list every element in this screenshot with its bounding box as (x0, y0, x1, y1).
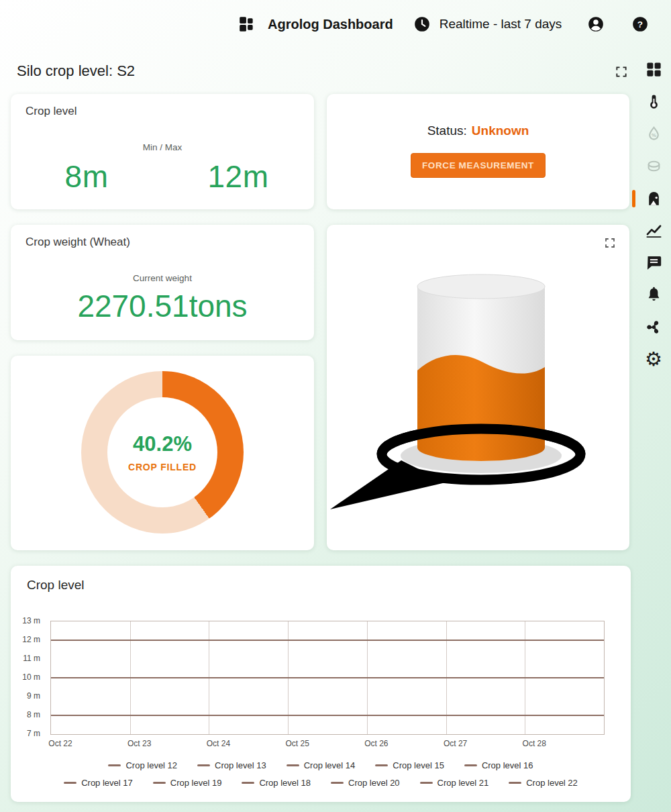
status-line: Status:Unknown (327, 123, 629, 138)
legend-label: Crop level 13 (215, 760, 266, 770)
sidebar-item-humidity[interactable]: % (641, 121, 666, 146)
series-line (51, 640, 604, 641)
chart-legend-row: Crop level 12Crop level 13Crop level 14C… (11, 760, 631, 770)
dashboard-grid-icon (645, 60, 663, 79)
force-measurement-button[interactable]: FORCE MEASUREMENT (411, 153, 546, 178)
legend-dash-icon (331, 782, 344, 784)
chart-legend-row: Crop level 17Crop level 19Crop level 18C… (11, 778, 631, 788)
crop-filled-donut-chart: 40.2% CROP FILLED (81, 371, 244, 534)
sidebar-item-silage[interactable] (641, 154, 666, 179)
legend-label: Crop level 18 (259, 778, 311, 788)
sidebar-item-fan[interactable] (641, 315, 666, 340)
sidebar-item-messages[interactable] (641, 250, 666, 275)
crop-level-card: Crop level Min / Max 8m 12m (11, 94, 314, 209)
legend-label: Crop level 17 (81, 778, 133, 788)
legend-dash-icon (242, 782, 254, 784)
current-weight-label: Current weight (11, 273, 314, 283)
silo-visual-card (327, 225, 629, 550)
legend-item[interactable]: Crop level 17 (64, 778, 133, 788)
active-indicator (632, 190, 635, 207)
crop-filled-card: 40.2% CROP FILLED (11, 356, 314, 550)
sidebar-item-settings[interactable]: ⚙ (641, 347, 666, 372)
fill-caption: CROP FILLED (128, 462, 197, 472)
help-button[interactable]: ? (631, 15, 649, 33)
legend-item[interactable]: Crop level 16 (464, 760, 533, 770)
legend-label: Crop level 15 (393, 760, 444, 770)
x-tick-label: Oct 24 (207, 739, 230, 748)
legend-item[interactable]: Crop level 15 (375, 760, 444, 770)
sidebar-item-trends[interactable] (641, 218, 666, 243)
legend-item[interactable]: Crop level 22 (509, 778, 578, 788)
sidebar-item-silo[interactable] (641, 186, 666, 211)
legend-item[interactable]: Crop level 12 (108, 760, 177, 770)
sidebar-item-dashboard[interactable] (641, 57, 666, 82)
x-tick-label: Oct 23 (127, 739, 151, 748)
y-tick-label: 10 m (8, 672, 40, 682)
x-tick-label: Oct 22 (48, 739, 72, 748)
message-icon (645, 254, 663, 272)
legend-dash-icon (108, 764, 121, 766)
fullscreen-button[interactable] (615, 65, 628, 81)
top-bar: Agrolog Dashboard Realtime - last 7 days… (0, 0, 671, 48)
crop-level-chart-card: Crop level 13 m12 m11 m10 m9 m8 m7 m Oct… (11, 566, 631, 802)
app-logo-icon (238, 15, 256, 33)
status-value: Unknown (472, 123, 529, 138)
humidity-icon: % (645, 125, 663, 143)
series-line (51, 677, 604, 678)
legend-dash-icon (420, 782, 433, 784)
clock-icon[interactable] (413, 15, 431, 33)
legend-label: Crop level 21 (437, 778, 489, 788)
legend-item[interactable]: Crop level 19 (153, 778, 222, 788)
y-tick-label: 11 m (8, 654, 40, 663)
legend-label: Crop level 12 (125, 760, 177, 770)
legend-item[interactable]: Crop level 18 (242, 778, 311, 788)
chart-title: Crop level (27, 578, 85, 593)
gear-icon: ⚙ (645, 350, 662, 368)
status-card: Status:Unknown FORCE MEASUREMENT (327, 94, 629, 209)
legend-label: Crop level 14 (304, 760, 356, 770)
chart-y-axis: 13 m12 m11 m10 m9 m8 m7 m (13, 621, 46, 733)
legend-dash-icon (197, 764, 210, 766)
legend-label: Crop level 19 (170, 778, 222, 788)
right-sidebar: % (638, 57, 669, 372)
legend-dash-icon (375, 764, 388, 766)
thermometer-icon (645, 93, 663, 111)
y-tick-label: 8 m (8, 710, 40, 719)
legend-item[interactable]: Crop level 13 (197, 760, 266, 770)
y-tick-label: 13 m (8, 616, 40, 625)
legend-dash-icon (509, 782, 521, 784)
x-tick-label: Oct 25 (285, 739, 309, 748)
legend-item[interactable]: Crop level 14 (287, 760, 356, 770)
app-title: Agrolog Dashboard (268, 17, 393, 32)
trend-chart-icon (645, 221, 663, 240)
page-title: Silo crop level: S2 (17, 62, 135, 80)
silo-3d-illustration (330, 260, 599, 542)
bell-icon (645, 286, 663, 304)
sidebar-item-thermometer[interactable] (641, 89, 666, 114)
silage-layers-icon (645, 157, 663, 175)
legend-label: Crop level 16 (482, 760, 533, 770)
x-tick-label: Oct 26 (364, 739, 388, 748)
min-value: 8m (11, 158, 162, 195)
chart-plot-area (50, 621, 605, 735)
help-icon: ? (631, 15, 649, 33)
svg-text:%: % (652, 132, 656, 138)
legend-item[interactable]: Crop level 21 (420, 778, 489, 788)
fan-icon (645, 318, 663, 336)
time-range-label[interactable]: Realtime - last 7 days (440, 17, 562, 32)
silo-icon (645, 189, 663, 207)
account-button[interactable] (587, 15, 605, 33)
card-title: Crop level (25, 105, 77, 118)
legend-item[interactable]: Crop level 20 (331, 778, 400, 788)
y-tick-label: 7 m (8, 729, 40, 738)
weight-value: 2270.51tons (11, 288, 314, 324)
status-label: Status: (427, 123, 467, 138)
x-tick-label: Oct 27 (444, 739, 467, 748)
sidebar-item-alarms[interactable] (641, 283, 666, 307)
y-tick-label: 12 m (8, 635, 40, 644)
silo-fullscreen-button[interactable] (604, 237, 616, 251)
chart-x-axis: Oct 22Oct 23Oct 24Oct 25Oct 26Oct 27Oct … (50, 739, 603, 750)
legend-dash-icon (287, 764, 299, 766)
x-tick-label: Oct 28 (523, 739, 546, 748)
legend-label: Crop level 20 (348, 778, 400, 788)
